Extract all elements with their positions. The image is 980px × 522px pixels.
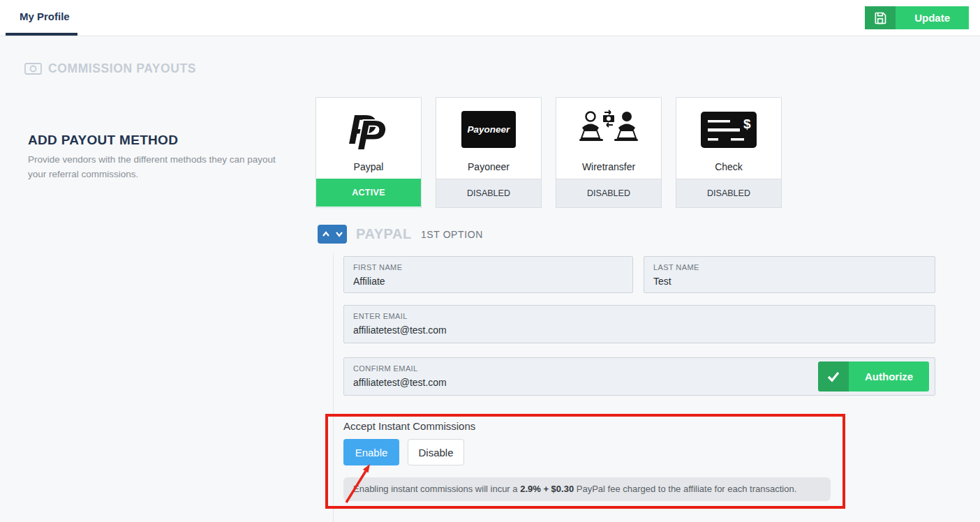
fee-notice: Enabling instant commissions will incur … — [343, 477, 831, 501]
commission-payouts-heading: COMMISSION PAYOUTS — [24, 61, 196, 76]
paypal-option-header: PAYPAL 1ST OPTION — [318, 225, 483, 244]
status-badge-disabled: DISABLED — [556, 179, 661, 207]
svg-text:$: $ — [743, 117, 751, 131]
payout-card-label: Check — [715, 161, 743, 172]
payout-method-cards: P P Paypal ACTIVE Payoneer Payoneer DISA… — [315, 97, 782, 208]
save-icon — [865, 6, 896, 29]
payout-card-paypal[interactable]: P P Paypal ACTIVE — [315, 97, 422, 208]
paypal-logo-icon: P P — [347, 98, 390, 161]
payout-card-label: Paypal — [354, 161, 384, 172]
disable-button[interactable]: Disable — [408, 439, 464, 465]
payout-card-check[interactable]: $ Check DISABLED — [676, 97, 782, 208]
payout-card-label: Payoneer — [468, 161, 510, 172]
enter-email-input[interactable] — [353, 325, 926, 336]
commission-payouts-title: COMMISSION PAYOUTS — [48, 61, 196, 76]
authorize-button[interactable]: Authorize — [818, 361, 929, 392]
fee-notice-suffix: PayPal fee charged to the affiliate for … — [574, 484, 796, 494]
my-profile-page: My Profile Update COMMISSION PAYOUTS ADD… — [0, 0, 980, 522]
enter-email-field[interactable]: ENTER EMAIL — [343, 305, 935, 343]
status-badge-disabled: DISABLED — [436, 179, 541, 207]
last-name-label: LAST NAME — [653, 263, 926, 271]
update-button-label: Update — [896, 6, 969, 29]
enable-button[interactable]: Enable — [343, 439, 399, 465]
add-payout-method-description: Provide vendors with the different metho… — [28, 153, 288, 182]
authorize-button-label: Authorize — [849, 361, 929, 392]
fee-notice-prefix: Enabling instant commissions will incur … — [353, 484, 520, 494]
first-name-label: FIRST NAME — [353, 263, 623, 271]
checkmark-icon — [818, 361, 849, 392]
payoneer-logo-text: Payoneer — [468, 124, 510, 135]
check-payment-icon: $ — [701, 98, 757, 161]
top-bar: My Profile Update — [0, 0, 980, 36]
status-badge-disabled: DISABLED — [676, 179, 781, 207]
first-name-field[interactable]: FIRST NAME — [343, 256, 633, 293]
first-name-input[interactable] — [353, 276, 623, 287]
chevron-down-icon — [335, 231, 343, 237]
fee-notice-amount: 2.9% + $0.30 — [520, 484, 574, 494]
last-name-input[interactable] — [653, 276, 926, 287]
payoneer-logo-icon: Payoneer — [461, 98, 516, 161]
paypal-option-subtitle: 1ST OPTION — [421, 229, 483, 240]
paypal-option-title: PAYPAL — [356, 226, 412, 242]
reorder-option-button[interactable] — [318, 225, 347, 244]
tab-my-profile[interactable]: My Profile — [20, 10, 70, 22]
money-icon — [24, 63, 42, 75]
svg-text:P: P — [357, 112, 386, 155]
payout-card-payoneer[interactable]: Payoneer Payoneer DISABLED — [436, 97, 542, 208]
last-name-field[interactable]: LAST NAME — [644, 256, 935, 293]
tab-active-indicator — [6, 33, 77, 36]
wiretransfer-icon — [577, 98, 641, 161]
enter-email-label: ENTER EMAIL — [353, 312, 926, 320]
update-button[interactable]: Update — [865, 6, 969, 29]
instant-commissions-title: Accept Instant Commissions — [343, 420, 475, 432]
payout-card-label: Wiretransfer — [582, 161, 635, 172]
payout-card-wiretransfer[interactable]: Wiretransfer DISABLED — [556, 97, 662, 208]
chevron-up-icon — [322, 231, 330, 237]
add-payout-method-heading: ADD PAYOUT METHOD — [28, 133, 178, 148]
status-badge-active: ACTIVE — [316, 179, 421, 207]
